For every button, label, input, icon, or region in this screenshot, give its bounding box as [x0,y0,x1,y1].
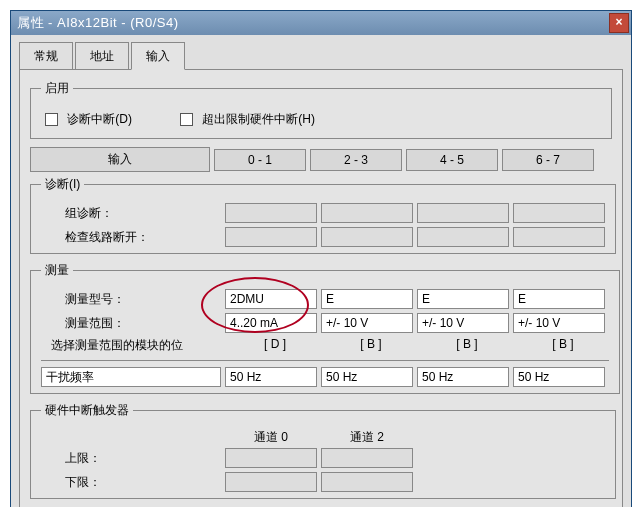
row-group-diag: 组诊断： [41,205,221,222]
row-upper: 上限： [41,450,221,467]
col-6-7: 6 - 7 [502,149,594,171]
wirebreak-c3 [513,227,605,247]
row-noise-freq[interactable]: 干扰频率 [41,367,221,387]
lower-ch0 [225,472,317,492]
wirebreak-c1 [321,227,413,247]
window-title: 属性 - AI8x12Bit - (R0/S4) [17,11,179,35]
tab-input[interactable]: 输入 [131,42,185,70]
diagnostics-group: 诊断(I) 组诊断： 检查线路断开： [30,176,616,254]
tab-bar: 常规 地址 输入 [11,35,631,69]
tab-panel-input: 启用 诊断中断(D) 超出限制硬件中断(H) 输入 0 - 1 2 - 3 4 … [19,69,623,507]
groupdiag-c2 [417,203,509,223]
measurement-legend: 测量 [41,262,73,279]
meas-range-c1[interactable]: +/- 10 V [321,313,413,333]
meas-range-c0[interactable]: 4..20 mA [225,313,317,333]
col-ch2: 通道 2 [321,429,413,446]
tab-address[interactable]: 地址 [75,42,129,70]
groupdiag-c0 [225,203,317,223]
noise-c2[interactable]: 50 Hz [417,367,509,387]
wirebreak-c0 [225,227,317,247]
meas-type-c3[interactable]: E [513,289,605,309]
enable-group: 启用 诊断中断(D) 超出限制硬件中断(H) [30,80,612,139]
meas-range-c2[interactable]: +/- 10 V [417,313,509,333]
modpos-c3: [ B ] [517,337,609,354]
tab-general[interactable]: 常规 [19,42,73,70]
diagnostics-legend: 诊断(I) [41,176,84,193]
groupdiag-c3 [513,203,605,223]
meas-type-c1[interactable]: E [321,289,413,309]
checkbox-label: 超出限制硬件中断(H) [202,112,315,126]
measurement-group: 测量 测量型号： 2DMU E E E 测量范围： 4..20 mA +/- 1… [30,262,620,394]
wirebreak-c2 [417,227,509,247]
separator [41,360,609,361]
noise-c1[interactable]: 50 Hz [321,367,413,387]
col-4-5: 4 - 5 [406,149,498,171]
column-header-row: 输入 0 - 1 2 - 3 4 - 5 6 - 7 [30,147,612,172]
enable-legend: 启用 [41,80,73,97]
window: 属性 - AI8x12Bit - (R0/S4) × 常规 地址 输入 启用 诊… [10,10,632,507]
row-modpos: 选择测量范围的模块的位 [51,337,225,354]
col-label-input: 输入 [30,147,210,172]
row-meas-range: 测量范围： [41,315,221,332]
col-0-1: 0 - 1 [214,149,306,171]
checkbox-diag-interrupt[interactable]: 诊断中断(D) [45,111,132,128]
groupdiag-c1 [321,203,413,223]
titlebar: 属性 - AI8x12Bit - (R0/S4) × [11,11,631,35]
row-wirebreak: 检查线路断开： [41,229,221,246]
upper-ch2 [321,448,413,468]
checkbox-label: 诊断中断(D) [67,112,132,126]
checkbox-icon [180,113,193,126]
noise-c0[interactable]: 50 Hz [225,367,317,387]
row-meas-type: 测量型号： [41,291,221,308]
upper-ch0 [225,448,317,468]
meas-type-c2[interactable]: E [417,289,509,309]
modpos-c0: [ D ] [229,337,321,354]
checkbox-hw-interrupt[interactable]: 超出限制硬件中断(H) [180,111,315,128]
col-2-3: 2 - 3 [310,149,402,171]
meas-type-c0[interactable]: 2DMU [225,289,317,309]
checkbox-icon [45,113,58,126]
lower-ch2 [321,472,413,492]
close-icon[interactable]: × [609,13,629,33]
hw-trigger-legend: 硬件中断触发器 [41,402,133,419]
modpos-c2: [ B ] [421,337,513,354]
modpos-c1: [ B ] [325,337,417,354]
hw-trigger-group: 硬件中断触发器 通道 0 通道 2 上限： 下限： [30,402,616,499]
meas-range-c3[interactable]: +/- 10 V [513,313,605,333]
col-ch0: 通道 0 [225,429,317,446]
row-lower: 下限： [41,474,221,491]
noise-c3[interactable]: 50 Hz [513,367,605,387]
